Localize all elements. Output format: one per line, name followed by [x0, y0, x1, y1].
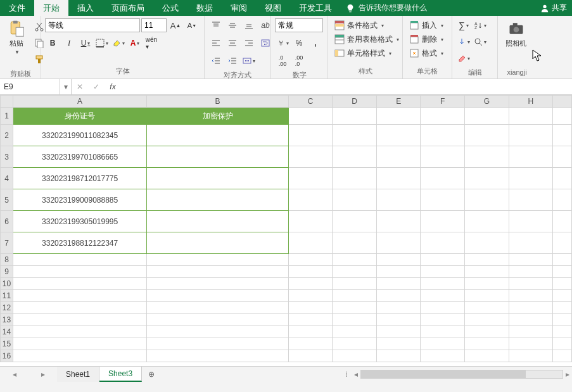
- decrease-font-button[interactable]: A▼: [184, 18, 200, 32]
- cell[interactable]: [509, 211, 553, 232]
- cell[interactable]: [465, 168, 509, 189]
- cell[interactable]: [421, 290, 465, 302]
- cell[interactable]: [421, 338, 465, 350]
- cell[interactable]: [421, 146, 465, 168]
- delete-cells-button[interactable]: 删除▾: [407, 32, 446, 46]
- cell[interactable]: [376, 326, 421, 338]
- cell[interactable]: [465, 350, 509, 362]
- cell[interactable]: [147, 266, 288, 278]
- cell[interactable]: [288, 302, 333, 314]
- sort-filter-button[interactable]: AZ▾: [473, 18, 488, 32]
- tab-view[interactable]: 视图: [256, 0, 290, 16]
- col-header-h[interactable]: H: [509, 96, 553, 108]
- cell[interactable]: [553, 232, 572, 254]
- cell[interactable]: [288, 232, 333, 254]
- cell[interactable]: [421, 211, 465, 232]
- cell[interactable]: [288, 290, 333, 302]
- table-header-id[interactable]: 身份证号: [13, 108, 146, 125]
- percent-button[interactable]: %: [291, 36, 307, 50]
- cell[interactable]: [288, 266, 333, 278]
- tab-home[interactable]: 开始: [34, 0, 68, 16]
- autosum-button[interactable]: ∑▾: [456, 18, 471, 32]
- cell[interactable]: [333, 125, 377, 146]
- paste-button[interactable]: 粘贴 ▼: [4, 18, 29, 56]
- align-top-button[interactable]: [208, 18, 224, 32]
- sheet-tab-sheet3[interactable]: Sheet3: [99, 367, 142, 382]
- cell[interactable]: [147, 326, 288, 338]
- table-header-encrypt[interactable]: 加密保护: [147, 108, 288, 125]
- tab-review[interactable]: 审阅: [222, 0, 256, 16]
- cell[interactable]: [553, 290, 572, 302]
- sheet-nav-next[interactable]: ▸: [41, 370, 45, 379]
- cell[interactable]: [288, 211, 333, 232]
- cell[interactable]: [509, 108, 553, 125]
- cell[interactable]: [13, 350, 146, 362]
- fill-color-button[interactable]: ▾: [111, 36, 126, 50]
- cell[interactable]: [288, 254, 333, 266]
- cell[interactable]: [147, 278, 288, 290]
- cell[interactable]: [509, 254, 553, 266]
- tab-formula[interactable]: 公式: [153, 0, 187, 16]
- cell[interactable]: [553, 278, 572, 290]
- cell[interactable]: [553, 254, 572, 266]
- cell[interactable]: [13, 278, 146, 290]
- cell[interactable]: [147, 338, 288, 350]
- row-header[interactable]: 2: [1, 125, 13, 146]
- tab-dev[interactable]: 开发工具: [290, 0, 341, 16]
- sheet-nav-prev[interactable]: ◂: [13, 370, 16, 379]
- cell[interactable]: [376, 211, 421, 232]
- col-header-a[interactable]: A: [13, 96, 146, 108]
- format-as-table-button[interactable]: 套用表格格式▾: [332, 32, 402, 46]
- tab-split-handle[interactable]: ⁞: [341, 370, 352, 379]
- cell[interactable]: [333, 350, 377, 362]
- font-size-select[interactable]: [141, 18, 167, 32]
- cell[interactable]: [333, 232, 377, 254]
- cell[interactable]: [465, 314, 509, 326]
- align-middle-button[interactable]: [225, 18, 240, 32]
- cell[interactable]: [421, 278, 465, 290]
- row-header[interactable]: 6: [1, 211, 13, 232]
- cell[interactable]: [421, 254, 465, 266]
- camera-button[interactable]: 照相机: [502, 18, 530, 49]
- tab-insert[interactable]: 插入: [68, 0, 103, 16]
- cell-encrypt[interactable]: [147, 125, 288, 146]
- cell[interactable]: [288, 314, 333, 326]
- cell-encrypt[interactable]: [147, 211, 288, 232]
- cell[interactable]: [333, 211, 377, 232]
- formula-input[interactable]: [121, 79, 572, 94]
- col-header-g[interactable]: G: [465, 96, 509, 108]
- cell[interactable]: [509, 189, 553, 211]
- row-header[interactable]: 4: [1, 168, 13, 189]
- cell[interactable]: [553, 125, 572, 146]
- cell[interactable]: [509, 350, 553, 362]
- cell[interactable]: [376, 168, 421, 189]
- currency-button[interactable]: ￥▾: [275, 36, 290, 50]
- cell[interactable]: [333, 266, 377, 278]
- row-header[interactable]: 14: [1, 326, 13, 338]
- cell-id[interactable]: 332023198712017775: [13, 168, 146, 189]
- cell[interactable]: [509, 314, 553, 326]
- cell[interactable]: [288, 125, 333, 146]
- tab-file[interactable]: 文件: [0, 0, 34, 16]
- cell[interactable]: [333, 278, 377, 290]
- cell[interactable]: [376, 254, 421, 266]
- tab-data[interactable]: 数据: [187, 0, 222, 16]
- font-name-select[interactable]: [45, 18, 140, 32]
- cell[interactable]: [376, 125, 421, 146]
- cell[interactable]: [288, 350, 333, 362]
- confirm-formula-button[interactable]: ✓: [88, 79, 105, 94]
- cell[interactable]: [465, 302, 509, 314]
- cell[interactable]: [333, 189, 377, 211]
- cell[interactable]: [465, 211, 509, 232]
- row-header[interactable]: 13: [1, 314, 13, 326]
- find-button[interactable]: ▾: [473, 35, 488, 49]
- cell[interactable]: [13, 338, 146, 350]
- border-button[interactable]: ▾: [94, 36, 110, 50]
- cell[interactable]: [376, 146, 421, 168]
- cell[interactable]: [147, 254, 288, 266]
- cell[interactable]: [333, 290, 377, 302]
- cell[interactable]: [553, 168, 572, 189]
- fill-button[interactable]: ▾: [456, 35, 471, 49]
- scroll-right-button[interactable]: ▸: [563, 370, 572, 379]
- increase-indent-button[interactable]: [225, 54, 240, 68]
